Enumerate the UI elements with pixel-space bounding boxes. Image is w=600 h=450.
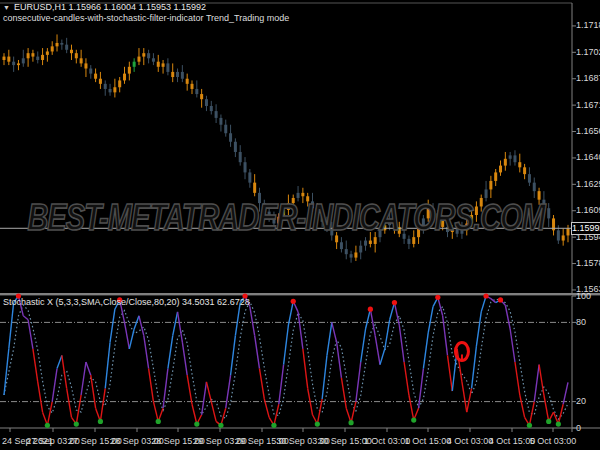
candle-body xyxy=(417,229,420,238)
stochastic-main-segment xyxy=(457,349,462,382)
overbought-dot xyxy=(435,295,440,300)
candle-body xyxy=(277,217,280,224)
price-axis-label: 1.15785 xyxy=(576,259,600,268)
stochastic-main-segment xyxy=(361,329,366,362)
stochastic-main-segment xyxy=(192,404,197,424)
stochastic-main-segment xyxy=(317,399,322,424)
chart-canvas[interactable] xyxy=(0,0,600,450)
stochastic-main-segment xyxy=(423,333,428,369)
candle-body xyxy=(335,235,338,242)
candle-body xyxy=(84,63,87,68)
candle-body xyxy=(239,152,242,162)
stochastic-main-segment xyxy=(52,369,57,402)
candle-body xyxy=(7,57,10,62)
overbought-dot xyxy=(392,300,397,305)
stochastic-main-segment xyxy=(125,322,130,348)
time-axis-label: 1 Oct 03:00 xyxy=(364,436,411,446)
stochastic-main-segment xyxy=(76,395,81,424)
mt4-chart-window: ▼EURUSD,H1 1.15966 1.16004 1.15953 1.159… xyxy=(0,0,600,450)
price-axis-label: 1.16870 xyxy=(576,74,600,83)
stochastic-main-segment xyxy=(322,355,327,399)
stochastic-main-segment xyxy=(144,336,149,369)
candle-body xyxy=(31,53,34,56)
candle-body xyxy=(538,191,541,200)
candle-body xyxy=(89,69,92,74)
candle-body xyxy=(219,118,222,125)
candle-body xyxy=(137,57,140,62)
candle-body xyxy=(557,230,560,240)
stochastic-main-segment xyxy=(472,346,477,388)
candle-body xyxy=(422,218,425,228)
chart-header: ▼EURUSD,H1 1.15966 1.16004 1.15953 1.159… xyxy=(3,2,206,13)
stochastic-main-segment xyxy=(187,375,192,404)
candle-body xyxy=(195,89,198,94)
stochastic-main-segment xyxy=(303,349,308,389)
candle-body xyxy=(234,142,237,152)
candle-body xyxy=(166,63,169,72)
candle-body xyxy=(258,193,261,203)
stochastic-main-segment xyxy=(226,375,231,408)
candle-body xyxy=(171,72,174,77)
indicator-axis-label: 100 xyxy=(576,292,591,301)
candle-body xyxy=(562,235,565,240)
candle-body xyxy=(340,242,343,249)
stochastic-main-segment xyxy=(375,336,380,365)
candle-body xyxy=(542,200,545,209)
candle-body xyxy=(494,172,497,181)
oversold-dot xyxy=(411,417,416,422)
candle-body xyxy=(379,230,382,237)
candle-body xyxy=(489,181,492,190)
candle-body xyxy=(306,196,309,201)
candle-body xyxy=(480,198,483,207)
candle-body xyxy=(460,230,463,233)
stochastic-main-segment xyxy=(520,395,525,417)
price-axis-label: 1.17025 xyxy=(576,48,600,57)
stochastic-main-segment xyxy=(129,329,134,349)
stochastic-main-segment xyxy=(394,303,399,325)
oversold-dot xyxy=(271,423,276,428)
stochastic-main-segment xyxy=(255,336,260,369)
stochastic-main-segment xyxy=(33,349,38,382)
stochastic-main-segment xyxy=(447,355,452,391)
stochastic-main-segment xyxy=(390,303,395,320)
candle-body xyxy=(364,241,367,246)
candle-body xyxy=(407,239,410,244)
candle-body xyxy=(162,63,165,66)
stochastic-main-segment xyxy=(534,365,539,402)
stochastic-main-segment xyxy=(284,325,289,365)
candle-body xyxy=(244,162,247,172)
candle-body xyxy=(109,89,112,92)
candle-body xyxy=(99,79,102,84)
candle-body xyxy=(157,62,160,67)
candle-body xyxy=(369,241,372,244)
candle-body xyxy=(118,80,121,87)
candle-body xyxy=(325,222,328,229)
candle-body xyxy=(292,198,295,203)
stochastic-main-segment xyxy=(539,365,544,395)
candle-body xyxy=(205,99,208,106)
stochastic-main-segment xyxy=(9,303,14,349)
stochastic-main-segment xyxy=(419,369,424,409)
candle-body xyxy=(268,212,271,219)
candle-body xyxy=(176,72,179,77)
oversold-dot xyxy=(315,421,320,426)
stochastic-main-segment xyxy=(558,404,563,424)
candle-body xyxy=(60,43,63,45)
candle-body xyxy=(321,215,324,222)
overbought-dot xyxy=(291,299,296,304)
time-axis-label: 1 Oct 15:00 xyxy=(405,436,452,446)
candle-body xyxy=(456,229,459,234)
stochastic-main-segment xyxy=(231,336,236,376)
stochastic-main-segment xyxy=(563,382,568,404)
stochastic-indicator-title: Stochastic X (5,3,3,SMA,Close/Close,80,2… xyxy=(3,297,250,307)
candle-body xyxy=(509,155,512,158)
symbol-dropdown-icon[interactable]: ▼ xyxy=(3,4,10,11)
stochastic-main-segment xyxy=(4,349,9,395)
stochastic-main-segment xyxy=(356,362,361,402)
candle-body xyxy=(412,237,415,244)
oversold-dot xyxy=(546,419,551,424)
candle-body xyxy=(51,46,54,51)
candle-body xyxy=(513,155,516,162)
candle-body xyxy=(46,51,49,54)
stochastic-main-segment xyxy=(404,362,409,395)
